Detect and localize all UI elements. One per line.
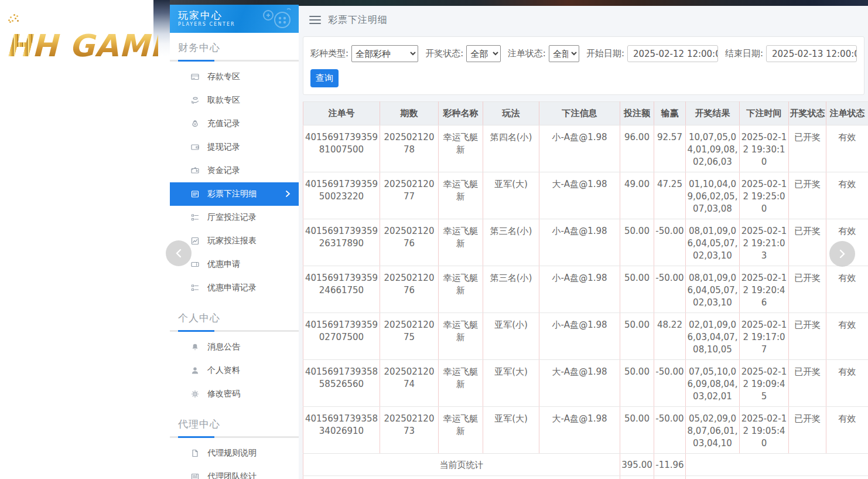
table-cell: 08,01,09,06,04,05,07,02,03,10	[686, 219, 740, 266]
sidebar-item-recharge-moneybag[interactable]: 充值记录	[170, 112, 299, 135]
table-row: 40156917393592631789020250212076幸运飞艇新第三名…	[303, 219, 868, 266]
menu-list: 存款专区取款专区充值记录提现记录资金记录彩票下注明细厅室投注记录玩家投注报表优惠…	[170, 62, 299, 303]
table-scroll-right-button[interactable]	[829, 241, 855, 267]
table-cell: 已开奖	[789, 313, 826, 360]
draw-status-select[interactable]: 全部	[466, 45, 501, 62]
table-cell: 有效	[826, 172, 868, 219]
bet-table-wrapper: 注单号期数彩种名称玩法下注信息投注额输赢开奖结果下注时间开奖状态注单状态 401…	[303, 101, 868, 479]
table-cell: 401569173935981007500	[303, 125, 380, 172]
table-cell: 50.00	[620, 313, 654, 360]
lottery-bet-detail-icon	[190, 189, 200, 199]
promo-apply-ticket-icon	[190, 260, 200, 269]
summary-bet-total: 395.00	[620, 476, 654, 479]
end-date-input[interactable]	[766, 45, 857, 62]
sidebar-item-password-gear[interactable]: 修改密码	[170, 382, 299, 406]
table-cell: 2025-02-12 19:20:46	[740, 266, 789, 313]
sidebar-collapse-button[interactable]	[166, 240, 192, 266]
summary-win-total: -11.96	[654, 454, 686, 476]
table-cell: -50.00	[654, 360, 686, 407]
table-cell: -50.00	[654, 219, 686, 266]
summary-bet-total: 395.00	[620, 454, 654, 476]
sidebar-item-label: 取款专区	[207, 95, 240, 106]
table-cell: 亚军(大)	[483, 172, 539, 219]
table-cell: 2025-02-12 19:30:10	[740, 125, 789, 172]
table-cell: 小-A盘@1.98	[539, 125, 620, 172]
logo-sparkle-dots	[9, 21, 11, 23]
sidebar-item-withdraw-record-wallet[interactable]: 提现记录	[170, 135, 299, 159]
table-cell: 02,01,09,06,03,04,07,08,10,05	[686, 313, 740, 360]
table-cell: 20250212076	[380, 219, 439, 266]
table-cell: 亚军(大)	[483, 407, 539, 454]
table-cell: 已开奖	[789, 172, 826, 219]
summary-empty-cell	[686, 476, 868, 479]
table-cell: 幸运飞艇新	[439, 407, 483, 454]
table-cell: 小-A盘@1.98	[539, 313, 620, 360]
sidebar-item-withdraw-hand[interactable]: 取款专区	[170, 89, 299, 112]
logo-zone: HH GAME	[0, 0, 153, 479]
table-cell: 小-A盘@1.98	[539, 266, 620, 313]
table-cell: 亚军(小)	[483, 313, 539, 360]
table-cell: 50.00	[620, 360, 654, 407]
table-cell: 50.00	[620, 219, 654, 266]
logo-striped-h: H	[6, 28, 32, 63]
table-cell: 幸运飞艇新	[439, 313, 483, 360]
table-cell: 已开奖	[789, 266, 826, 313]
sidebar-item-agent-team-stats[interactable]: 代理团队统计	[170, 465, 299, 479]
menu-list: 代理规则说明代理团队统计	[170, 438, 299, 479]
sidebar-item-lottery-bet-detail[interactable]: 彩票下注明细	[170, 182, 299, 206]
end-date-label: 结束日期:	[725, 48, 763, 59]
filter-panel: 彩种类型: 全部彩种 开奖状态: 全部 注单状态: 全部 开始日期: 结束日期:…	[303, 36, 864, 95]
table-cell: 2025-02-12 19:05:40	[740, 407, 789, 454]
password-gear-icon	[190, 389, 200, 399]
table-cell: 401569173935902707500	[303, 313, 380, 360]
sidebar-item-deposit-card[interactable]: 存款专区	[170, 65, 299, 89]
funds-wallet-icon	[190, 166, 200, 175]
sidebar-item-hall-bet-record[interactable]: 厅室投注记录	[170, 206, 299, 229]
table-cell: 20250212076	[380, 266, 439, 313]
table-cell: -50.00	[654, 407, 686, 454]
agent-rules-doc-icon	[190, 449, 200, 458]
start-date-label: 开始日期:	[586, 48, 624, 59]
sidebar-item-promo-record[interactable]: 优惠申请记录	[170, 276, 299, 300]
table-cell: 小-A盘@1.98	[539, 219, 620, 266]
order-status-select[interactable]: 全部	[549, 45, 579, 62]
lottery-type-select[interactable]: 全部彩种	[351, 45, 418, 62]
table-cell: 幸运飞艇新	[439, 172, 483, 219]
table-cell: 有效	[826, 360, 868, 407]
table-cell: 401569173935926317890	[303, 219, 380, 266]
column-header: 下注时间	[740, 102, 789, 125]
column-header: 期数	[380, 102, 439, 125]
start-date-input[interactable]	[627, 45, 718, 62]
table-cell: 已开奖	[789, 125, 826, 172]
table-cell: 已开奖	[789, 219, 826, 266]
sidebar-item-notice-bell[interactable]: 消息公告	[170, 335, 299, 359]
sidebar-item-profile-person[interactable]: 个人资料	[170, 359, 299, 382]
table-cell: 大-A盘@1.98	[539, 172, 620, 219]
summary-empty-cell	[686, 454, 868, 476]
table-row: 40156917393598100750020250212078幸运飞艇新第四名…	[303, 125, 868, 172]
promo-record-icon	[190, 283, 200, 293]
table-cell: 幸运飞艇新	[439, 219, 483, 266]
sidebar-item-funds-wallet[interactable]: 资金记录	[170, 159, 299, 182]
column-header: 注单状态	[826, 102, 868, 125]
sidebar-item-label: 资金记录	[207, 165, 240, 176]
table-row: 40156917393595002322020250212077幸运飞艇新亚军(…	[303, 172, 868, 219]
table-cell: -50.00	[654, 266, 686, 313]
player-bet-report-icon	[190, 236, 200, 246]
table-cell: 大-A盘@1.98	[539, 407, 620, 454]
hamburger-menu-icon[interactable]	[309, 16, 321, 24]
table-cell: 92.57	[654, 125, 686, 172]
table-body: 40156917393598100750020250212078幸运飞艇新第四名…	[303, 125, 868, 479]
table-cell: 10,07,05,04,01,09,08,02,06,03	[686, 125, 740, 172]
summary-label: 总统计	[303, 476, 620, 479]
query-button[interactable]: 查询	[310, 69, 339, 87]
withdraw-record-wallet-icon	[190, 142, 200, 152]
section-title: 代理中心	[178, 417, 291, 431]
column-header: 投注额	[620, 102, 654, 125]
order-status-label: 注单状态:	[508, 48, 546, 59]
table-cell: 第三名(小)	[483, 219, 539, 266]
chevron-right-icon	[838, 249, 846, 259]
table-cell: 20250212078	[380, 125, 439, 172]
table-cell: 20250212073	[380, 407, 439, 454]
sidebar-item-agent-rules-doc[interactable]: 代理规则说明	[170, 441, 299, 465]
